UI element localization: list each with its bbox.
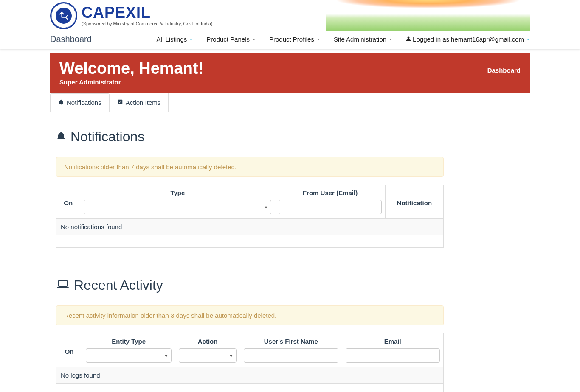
empty-footer-cell xyxy=(56,383,444,392)
chevron-down-icon xyxy=(189,39,193,40)
section-title: Recent Activity xyxy=(74,277,163,293)
column-header-type: Type xyxy=(80,185,275,218)
nav-product-profiles[interactable]: Product Profiles xyxy=(269,36,320,43)
user-icon xyxy=(406,36,411,43)
header: CAPEXIL (Sponsored by Ministry of Commer… xyxy=(0,0,580,49)
column-header-user-first-name: User's First Name xyxy=(240,333,342,367)
check-icon xyxy=(117,99,123,106)
svg-rect-1 xyxy=(57,287,69,288)
notifications-section: Notifications Notifications older than 7… xyxy=(56,129,444,248)
chevron-down-icon xyxy=(527,39,530,40)
tab-label: Notifications xyxy=(67,99,101,106)
recent-activity-section: Recent Activity Recent activity informat… xyxy=(56,277,444,392)
welcome-left: Welcome, Hemant! Super Administrator xyxy=(59,60,203,86)
empty-footer-cell xyxy=(56,235,444,247)
column-header-entity-type: Entity Type xyxy=(82,333,175,367)
action-filter-select[interactable] xyxy=(179,348,237,363)
recent-activity-table: On Entity Type Action xyxy=(56,333,444,392)
nav-item-label: Product Panels xyxy=(206,36,250,43)
brand-title: CAPEXIL xyxy=(82,5,213,20)
chevron-down-icon xyxy=(317,39,320,40)
header-top: CAPEXIL (Sponsored by Ministry of Commer… xyxy=(50,0,530,29)
tab-action-items[interactable]: Action Items xyxy=(110,93,169,112)
notifications-alert: Notifications older than 7 days shall be… xyxy=(56,157,444,177)
tab-notifications[interactable]: Notifications xyxy=(50,93,110,112)
section-header: Recent Activity xyxy=(56,277,444,297)
brand-logo xyxy=(50,2,77,29)
recent-activity-alert: Recent activity information older than 3… xyxy=(56,305,444,325)
empty-notifications-cell: No notifications found xyxy=(56,218,444,235)
empty-logs-cell: No logs found xyxy=(56,367,444,383)
laptop-icon xyxy=(56,280,70,291)
nav-logged-in-user: hemant16apr@gmail.com xyxy=(451,36,524,43)
bell-icon xyxy=(58,99,64,106)
tab-label: Action Items xyxy=(126,99,161,106)
column-header-on: On xyxy=(56,185,80,218)
section-header: Notifications xyxy=(56,129,444,148)
nav-site-administration[interactable]: Site Administration xyxy=(334,36,392,43)
svg-rect-0 xyxy=(59,280,67,286)
email-filter-input[interactable] xyxy=(346,348,440,363)
table-row xyxy=(56,235,444,247)
nav-product-panels[interactable]: Product Panels xyxy=(206,36,256,43)
table-row: No logs found xyxy=(56,367,444,383)
nav-dashboard-link[interactable]: Dashboard xyxy=(50,34,92,44)
nav-item-label: Product Profiles xyxy=(269,36,314,43)
table-row: No notifications found xyxy=(56,218,444,235)
nav-all-listings[interactable]: All Listings xyxy=(157,36,193,43)
brand-text: CAPEXIL (Sponsored by Ministry of Commer… xyxy=(82,5,213,26)
column-header-notification: Notification xyxy=(385,185,443,218)
table-row xyxy=(56,383,444,392)
nav-menu: All Listings Product Panels Product Prof… xyxy=(157,36,530,43)
bell-icon xyxy=(56,131,66,143)
breadcrumb: Dashboard xyxy=(487,67,521,74)
welcome-title: Welcome, Hemant! xyxy=(59,60,203,78)
welcome-banner: Welcome, Hemant! Super Administrator Das… xyxy=(50,53,530,93)
nav-item-label: Site Administration xyxy=(334,36,386,43)
header-decorative-banner xyxy=(326,0,530,31)
column-header-from-user: From User (Email) xyxy=(275,185,385,218)
nav-bar: Dashboard All Listings Product Panels Pr… xyxy=(50,29,530,49)
brand-logo-inner xyxy=(56,8,72,24)
brand-subtitle: (Sponsored by Ministry of Commerce & Ind… xyxy=(82,21,213,26)
welcome-role: Super Administrator xyxy=(59,78,203,86)
column-header-email: Email xyxy=(342,333,444,367)
section-title: Notifications xyxy=(70,129,144,145)
nav-user-menu[interactable]: Logged in as hemant16apr@gmail.com xyxy=(406,36,530,43)
nav-logged-in-prefix: Logged in as xyxy=(413,36,449,43)
notifications-table: On Type From User (Email) Notification xyxy=(56,185,444,248)
type-filter-select[interactable] xyxy=(84,200,271,214)
tabs: Notifications Action Items xyxy=(50,93,530,112)
column-header-on: On xyxy=(56,333,82,367)
chevron-down-icon xyxy=(252,39,256,40)
from-user-filter-input[interactable] xyxy=(279,200,381,214)
main-container: Welcome, Hemant! Super Administrator Das… xyxy=(50,49,530,392)
nav-item-label: All Listings xyxy=(157,36,187,43)
chevron-down-icon xyxy=(389,39,392,40)
column-header-action: Action xyxy=(175,333,240,367)
user-first-name-filter-input[interactable] xyxy=(244,348,338,363)
entity-type-filter-select[interactable] xyxy=(86,348,172,363)
